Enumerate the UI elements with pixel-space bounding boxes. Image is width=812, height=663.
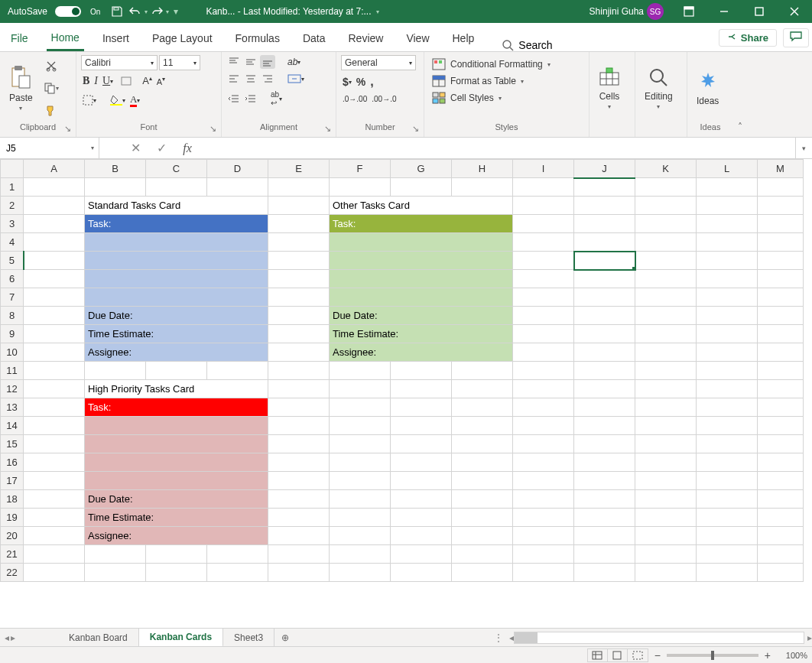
new-sheet-button[interactable]: ⊕ [274, 632, 296, 643]
align-right-icon[interactable] [260, 72, 275, 86]
formula-input[interactable] [200, 142, 795, 154]
row-header-12[interactable]: 12 [1, 380, 24, 398]
col-header-E[interactable]: E [268, 160, 330, 178]
font-color-button[interactable]: A▾ [128, 92, 141, 109]
sheet-tab-kanban-board[interactable]: Kanban Board [58, 629, 139, 647]
select-all-corner[interactable] [1, 160, 24, 178]
align-left-icon[interactable] [226, 72, 242, 86]
row-header-18[interactable]: 18 [1, 490, 24, 509]
row-header-5[interactable]: 5 [1, 252, 24, 270]
ideas-button[interactable]: Ideas [692, 55, 723, 122]
paste-button[interactable]: Paste ▾ [5, 55, 37, 122]
minimize-icon[interactable] [706, 0, 742, 23]
horizontal-scrollbar[interactable] [514, 632, 804, 644]
col-header-K[interactable]: K [635, 160, 697, 178]
sheet-nav-prev-icon[interactable]: ◂ [5, 632, 9, 643]
font-size-combo[interactable]: 11▾ [159, 55, 200, 70]
zoom-level[interactable]: 100% [777, 651, 807, 660]
row-header-3[interactable]: 3 [1, 215, 24, 233]
decrease-indent-icon[interactable] [226, 89, 242, 109]
col-header-J[interactable]: J [574, 160, 635, 178]
increase-indent-icon[interactable] [243, 89, 258, 109]
close-icon[interactable] [777, 0, 812, 23]
row-header-15[interactable]: 15 [1, 435, 24, 453]
undo-icon[interactable] [126, 0, 145, 23]
zoom-out-button[interactable]: − [654, 649, 661, 661]
orientation-icon[interactable]: ab▾ [286, 55, 302, 69]
font-name-combo[interactable]: Calibri▾ [81, 55, 158, 70]
row-header-6[interactable]: 6 [1, 270, 24, 288]
cancel-formula-icon[interactable]: ✕ [122, 141, 148, 155]
row-header-11[interactable]: 11 [1, 362, 24, 380]
maximize-icon[interactable] [742, 0, 777, 23]
underline-button[interactable]: U▾ [101, 73, 115, 89]
align-top-icon[interactable] [226, 55, 242, 69]
col-header-I[interactable]: I [513, 160, 574, 178]
ribbon-display-icon[interactable] [671, 0, 706, 23]
col-header-F[interactable]: F [330, 160, 391, 178]
tab-view[interactable]: View [401, 25, 434, 51]
row-header-17[interactable]: 17 [1, 472, 24, 490]
view-normal-icon[interactable] [588, 649, 608, 661]
editing-button[interactable]: Editing▾ [640, 55, 677, 122]
col-header-B[interactable]: B [85, 160, 146, 178]
view-page-layout-icon[interactable] [608, 649, 628, 661]
zoom-in-button[interactable]: + [765, 649, 771, 661]
row-header-7[interactable]: 7 [1, 288, 24, 307]
sheet-tab-sheet3[interactable]: Sheet3 [223, 629, 274, 647]
col-header-D[interactable]: D [207, 160, 268, 178]
tab-help[interactable]: Help [448, 25, 479, 51]
user-name[interactable]: Shinjini Guha [590, 6, 644, 17]
accounting-format-icon[interactable]: $▾ [341, 73, 353, 90]
row-header-22[interactable]: 22 [1, 564, 24, 582]
tell-me-search[interactable]: Search [502, 39, 552, 51]
enter-formula-icon[interactable]: ✓ [148, 141, 174, 155]
row-header-4[interactable]: 4 [1, 233, 24, 252]
row-header-13[interactable]: 13 [1, 398, 24, 417]
row-header-16[interactable]: 16 [1, 453, 24, 472]
col-header-A[interactable]: A [24, 160, 85, 178]
col-header-G[interactable]: G [391, 160, 452, 178]
number-format-combo[interactable]: General▾ [341, 55, 416, 70]
tab-formulas[interactable]: Formulas [231, 25, 284, 51]
tab-page-layout[interactable]: Page Layout [148, 25, 217, 51]
autosave-toggle[interactable] [55, 6, 81, 17]
hscroll-right-icon[interactable]: ▸ [807, 632, 812, 643]
insert-function-icon[interactable]: fx [174, 141, 200, 155]
increase-decimal-icon[interactable]: .0→.00 [341, 93, 369, 105]
sheet-tab-kanban-cards[interactable]: Kanban Cards [139, 629, 223, 647]
alignment-dialog-launcher[interactable]: ↘ [324, 123, 331, 134]
tab-data[interactable]: Data [298, 25, 330, 51]
save-icon[interactable] [108, 0, 126, 23]
row-header-20[interactable]: 20 [1, 527, 24, 545]
col-header-C[interactable]: C [146, 160, 207, 178]
view-page-break-icon[interactable] [628, 649, 648, 661]
active-cell[interactable] [574, 252, 635, 270]
row-header-10[interactable]: 10 [1, 343, 24, 362]
row-header-8[interactable]: 8 [1, 307, 24, 325]
border-bottom-none-icon[interactable] [119, 73, 133, 89]
col-header-H[interactable]: H [452, 160, 513, 178]
col-header-L[interactable]: L [697, 160, 758, 178]
zoom-slider[interactable] [667, 654, 758, 657]
copy-icon[interactable]: ▾ [42, 80, 60, 96]
user-avatar[interactable]: SG [647, 3, 664, 20]
wrap-text-icon[interactable]: ab↩▾ [269, 89, 284, 109]
cells-button[interactable]: Cells▾ [594, 55, 625, 122]
italic-button[interactable]: I [93, 73, 99, 89]
sheet-nav-next-icon[interactable]: ▸ [11, 632, 15, 643]
align-center-icon[interactable] [243, 72, 258, 86]
decrease-decimal-icon[interactable]: .00→.0 [370, 93, 398, 105]
font-dialog-launcher[interactable]: ↘ [209, 123, 216, 134]
conditional-formatting-button[interactable]: Conditional Formatting▾ [432, 58, 551, 70]
qat-customize-icon[interactable]: ▾ [169, 0, 183, 23]
align-bottom-icon[interactable] [260, 55, 275, 69]
align-middle-icon[interactable] [243, 55, 258, 69]
borders-button[interactable]: ▾ [81, 92, 98, 109]
col-header-M[interactable]: M [758, 160, 804, 178]
tab-home[interactable]: Home [47, 25, 84, 51]
row-header-9[interactable]: 9 [1, 325, 24, 343]
bold-button[interactable]: B [81, 73, 91, 89]
collapse-ribbon-icon[interactable]: ˄ [733, 52, 747, 137]
spreadsheet-grid[interactable]: ABCDEFGHIJKLM12Standard Tasks CardOther … [0, 159, 812, 628]
